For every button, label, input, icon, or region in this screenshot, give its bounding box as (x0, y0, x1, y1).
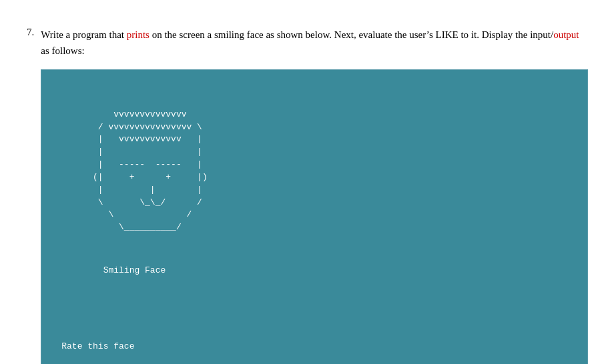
text-between: on the screen a smiling face as shown be… (150, 29, 553, 40)
text-after: as follows: (41, 45, 84, 56)
question-body: Write a program that prints on the scree… (41, 27, 588, 364)
terminal-box: vvvvvvvvvvvvvv / vvvvvvvvvvvvvvvv \ | vv… (41, 69, 588, 364)
rate-text: Rate this face (61, 341, 567, 353)
question-container: 7. Write a program that prints on the sc… (27, 27, 569, 364)
prints-word: prints (127, 29, 150, 40)
question-number: 7. (27, 27, 34, 364)
rate-section: Rate this face How many LIKE?: x (61, 315, 567, 364)
text-before-prints: Write a program that (41, 29, 127, 40)
question-text: Write a program that prints on the scree… (41, 27, 588, 59)
terminal-content: vvvvvvvvvvvvvv / vvvvvvvvvvvvvvvv \ | vv… (61, 83, 567, 364)
output-word: output (553, 29, 579, 40)
face-label: Smiling Face (61, 265, 567, 277)
face-art: vvvvvvvvvvvvvv / vvvvvvvvvvvvvvvv \ | vv… (61, 109, 567, 234)
